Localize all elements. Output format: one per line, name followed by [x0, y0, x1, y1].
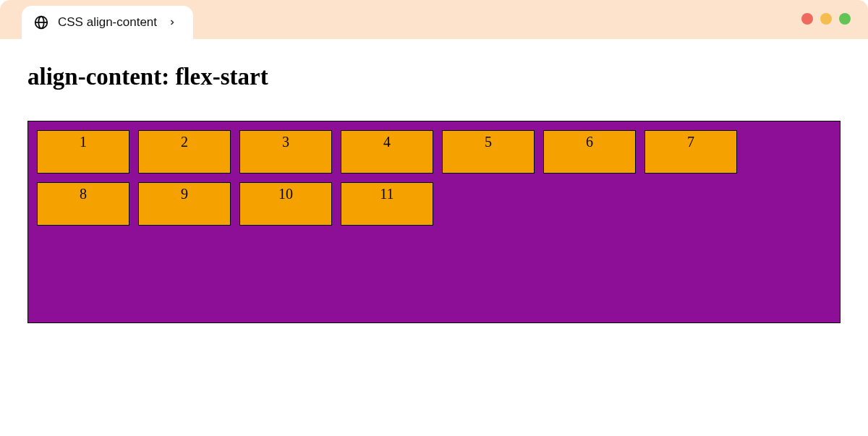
flex-item: 10	[239, 182, 332, 226]
flex-item: 3	[239, 130, 332, 174]
browser-tab[interactable]: CSS align-content	[22, 6, 193, 39]
maximize-icon[interactable]	[839, 13, 851, 25]
flex-item: 5	[442, 130, 535, 174]
flex-item: 8	[37, 182, 129, 226]
flex-container: 1 2 3 4 5 6 7 8 9 10 11	[27, 121, 841, 323]
minimize-icon[interactable]	[820, 13, 832, 25]
flex-item: 4	[341, 130, 433, 174]
page-content: align-content: flex-start 1 2 3 4 5 6 7 …	[0, 39, 868, 348]
window-controls	[801, 13, 851, 25]
page-title: align-content: flex-start	[27, 64, 841, 90]
globe-icon	[33, 14, 49, 30]
flex-item: 2	[138, 130, 231, 174]
tab-title: CSS align-content	[58, 15, 157, 30]
flex-item: 9	[138, 182, 231, 226]
close-icon[interactable]	[801, 13, 813, 25]
flex-item: 11	[341, 182, 433, 226]
browser-chrome: CSS align-content	[0, 0, 868, 39]
flex-item: 1	[37, 130, 129, 174]
chevron-right-icon	[167, 17, 177, 27]
flex-item: 6	[543, 130, 636, 174]
flex-item: 7	[644, 130, 737, 174]
